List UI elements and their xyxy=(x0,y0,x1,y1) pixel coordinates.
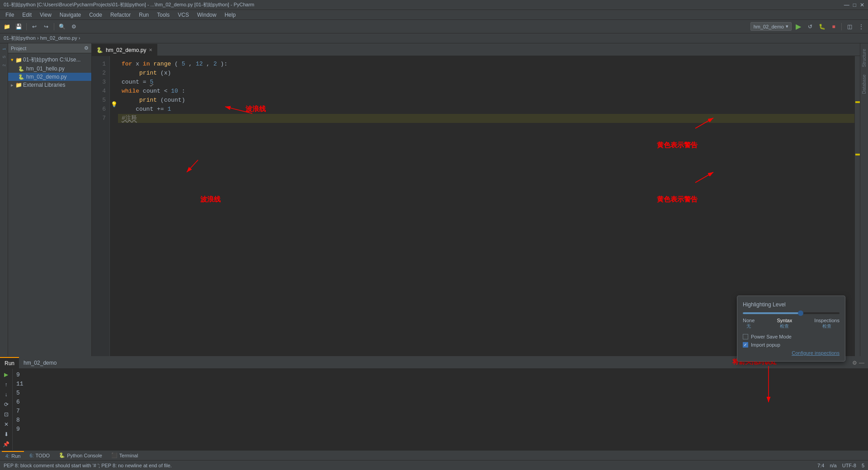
run-down-btn[interactable]: ↓ xyxy=(2,390,11,399)
project-settings-icon[interactable]: ⚙ xyxy=(84,45,89,51)
bottom-content: ▶ ↑ ↓ ⟳ ⊡ ✕ ⬇ 📌 ? 9 11 5 6 7 8 9 xyxy=(0,369,868,460)
tool-tab-terminal[interactable]: ⬛ Terminal xyxy=(108,451,142,460)
run-config-label: hm_02_demo xyxy=(754,24,784,29)
run-clear-btn[interactable]: ✕ xyxy=(2,420,11,428)
tool-tab-todo-label: TODO xyxy=(36,453,50,458)
line-num-7: 7 xyxy=(92,114,109,123)
toolbar-redo-btn[interactable]: ↪ xyxy=(41,22,51,32)
option-none-sublabel: 无 xyxy=(743,323,755,329)
stop-button[interactable]: ■ xyxy=(829,22,839,32)
popup-option-syntax[interactable]: Syntax 检查 xyxy=(777,318,793,329)
run-pin-btn[interactable]: 📌 xyxy=(2,440,11,448)
code-line-7: #注释 xyxy=(118,114,854,123)
var-count: count xyxy=(122,79,139,85)
line-num-2: 2 xyxy=(92,69,109,78)
tab-label: hm_02_demo.py xyxy=(106,47,146,53)
toolbar-undo-btn[interactable]: ↩ xyxy=(29,22,39,32)
popup-checkbox-import[interactable]: Import popup xyxy=(743,342,840,348)
popup-option-none[interactable]: None 无 xyxy=(743,318,755,329)
project-header: Project ⚙ xyxy=(8,43,91,53)
toolbar-columns-btn[interactable]: ⋮ xyxy=(856,22,866,32)
sidebar-project-icon[interactable]: 1 xyxy=(0,45,8,52)
sidebar-favorites-icon[interactable]: 2 xyxy=(0,61,8,69)
line-num-6: 6 xyxy=(92,105,109,114)
toolbar-save-btn[interactable]: 💾 xyxy=(14,22,24,32)
title-text: 01-初始python [C:\Users\Bruce\PycharmProje… xyxy=(4,1,255,8)
option-inspections-label: Inspections xyxy=(814,318,840,323)
menu-navigate[interactable]: Navigate xyxy=(56,11,85,19)
menu-file[interactable]: File xyxy=(2,11,18,19)
run-config-selector[interactable]: hm_02_demo ▾ xyxy=(750,22,792,31)
import-checkbox[interactable] xyxy=(743,342,748,348)
rerun-button[interactable]: ↺ xyxy=(805,22,815,32)
bottom-panel: Run hm_02_demo ⚙ — ▶ ↑ ↓ ⟳ ⊡ ✕ ⬇ 📌 ? 9 1… xyxy=(0,356,868,460)
maximize-btn[interactable]: □ xyxy=(853,2,856,8)
settings-icon[interactable]: ⚙ xyxy=(852,360,857,366)
py-file-icon: 🐍 xyxy=(18,66,24,72)
status-bar: PEP 8: block comment should start with '… xyxy=(0,460,868,470)
minimize-panel-icon[interactable]: — xyxy=(859,360,864,366)
popup-slider-track[interactable] xyxy=(743,312,840,314)
configure-inspections-link[interactable]: Configure inspections xyxy=(743,350,840,356)
tree-item-external[interactable]: ▸ 📁 External Libraries xyxy=(8,81,91,89)
toolbar-open-btn[interactable]: 📁 xyxy=(2,22,12,32)
kw-while: while xyxy=(122,88,139,94)
menu-run[interactable]: Run xyxy=(135,11,152,19)
menu-help[interactable]: Help xyxy=(221,11,240,19)
run-play-btn[interactable]: ▶ xyxy=(2,371,11,379)
right-tab-database[interactable]: Database xyxy=(861,71,868,98)
editor-tabs: 🐍 hm_02_demo.py ✕ xyxy=(92,43,860,56)
popup-title: Highlighting Level xyxy=(743,301,840,308)
close-btn[interactable]: ✕ xyxy=(860,2,864,8)
folder-closed-icon: ▸ xyxy=(11,82,14,88)
popup-checkbox-powersave[interactable]: Power Save Mode xyxy=(743,334,840,339)
toolbar-sep2 xyxy=(54,23,54,30)
tree-item-root[interactable]: ▾ 📁 01-初始python C:\Use... xyxy=(8,55,91,65)
toolbar-search-btn[interactable]: 🔍 xyxy=(57,22,67,32)
minimize-btn[interactable]: — xyxy=(844,2,849,8)
run-stop-btn[interactable]: ⊡ xyxy=(2,410,11,419)
debug-button[interactable]: 🐛 xyxy=(817,22,827,32)
editor-tab-demo[interactable]: 🐍 hm_02_demo.py ✕ xyxy=(92,44,157,56)
code-line-4: while count < 10 : xyxy=(118,87,854,96)
output-line-3: 5 xyxy=(16,389,864,398)
toolbar-search2-btn[interactable]: ◫ xyxy=(844,22,854,32)
tree-item-hello[interactable]: 🐍 hm_01_hello.py xyxy=(8,65,91,73)
py-tab-icon: 🐍 xyxy=(96,47,103,53)
run-sidebar: ▶ ↑ ↓ ⟳ ⊡ ✕ ⬇ 📌 ? xyxy=(0,369,13,460)
run-scroll-btn[interactable]: ⬇ xyxy=(2,430,11,438)
menu-window[interactable]: Window xyxy=(193,11,220,19)
sidebar-structure-icon[interactable]: S xyxy=(0,53,8,61)
lightbulb-icon[interactable]: 💡 xyxy=(111,101,118,108)
bottom-tab-run[interactable]: Run xyxy=(0,357,19,369)
status-encoding: UTF-8 xyxy=(842,463,856,468)
external-folder-icon: 📁 xyxy=(15,82,22,88)
tool-tab-run-num: 4: xyxy=(5,453,9,459)
menu-code[interactable]: Code xyxy=(85,11,106,19)
popup-slider-thumb[interactable] xyxy=(798,310,803,316)
tool-tab-todo[interactable]: 6: TODO xyxy=(26,451,53,460)
tab-close-icon[interactable]: ✕ xyxy=(149,47,152,52)
tool-tab-todo-num: 6: xyxy=(29,453,33,458)
run-up-btn[interactable]: ↑ xyxy=(2,381,11,389)
menu-edit[interactable]: Edit xyxy=(19,11,35,19)
powersave-checkbox[interactable] xyxy=(743,334,748,339)
menu-refactor[interactable]: Refactor xyxy=(107,11,134,19)
status-message: PEP 8: block comment should start with '… xyxy=(4,463,172,468)
tree-item-demo[interactable]: 🐍 hm_02_demo.py xyxy=(8,73,91,81)
menu-vcs[interactable]: VCS xyxy=(174,11,193,19)
popup-option-inspections[interactable]: Inspections 检查 xyxy=(814,318,840,329)
title-controls: — □ ✕ xyxy=(844,2,864,8)
tool-tab-python-console[interactable]: 🐍 Python Console xyxy=(55,451,106,460)
menu-view[interactable]: View xyxy=(36,11,55,19)
run-button[interactable]: ▶ xyxy=(793,22,803,32)
menu-tools[interactable]: Tools xyxy=(153,11,173,19)
run-restart-btn[interactable]: ⟳ xyxy=(2,400,11,409)
demo-tab-label: hm_02_demo xyxy=(24,360,57,366)
tool-tab-run[interactable]: 4: Run xyxy=(2,451,24,460)
toolbar-settings-btn[interactable]: ⚙ xyxy=(69,22,79,32)
right-tab-structure[interactable]: Structure xyxy=(861,45,868,71)
bottom-tab-demo[interactable]: hm_02_demo xyxy=(19,357,61,369)
status-lf: n/a xyxy=(830,463,836,468)
output-line-7: 9 xyxy=(16,425,864,434)
